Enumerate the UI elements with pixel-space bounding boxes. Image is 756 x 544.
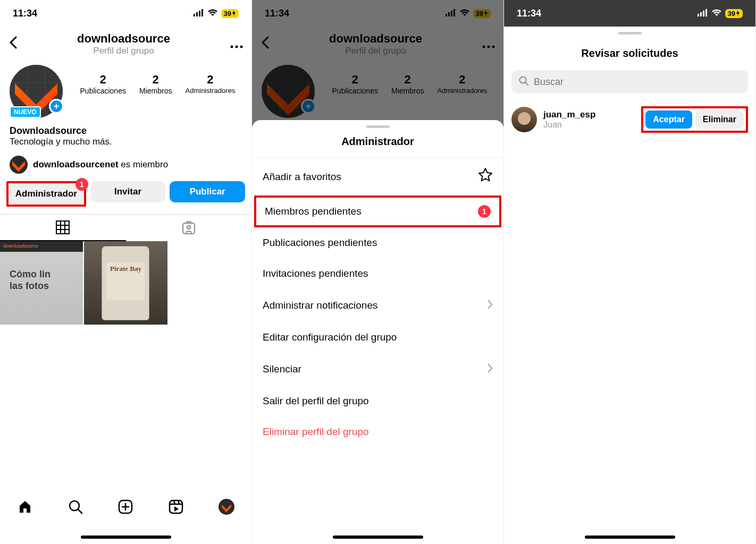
tab-grid[interactable]: [0, 215, 126, 241]
sheet-item-pending-invites[interactable]: Invitaciones pendientes: [252, 258, 503, 289]
admin-sheet: Administrador Añadir a favoritos Miembro…: [252, 120, 503, 544]
stat-admins[interactable]: 2 Administradores: [186, 73, 236, 95]
bio-text: Tecnología y mucho más.: [10, 137, 242, 147]
nav-search-icon[interactable]: [68, 499, 83, 515]
svg-rect-32: [703, 11, 704, 16]
svg-point-4: [231, 46, 233, 48]
action-row: Administrador 1 Invitar Publicar: [0, 181, 251, 214]
svg-point-5: [236, 46, 238, 48]
invite-button[interactable]: Invitar: [90, 181, 166, 202]
request-username: juan_m_esp: [543, 109, 635, 120]
request-name: Juan: [543, 120, 635, 130]
admin-button[interactable]: Administrador 1: [9, 183, 84, 205]
back-button[interactable]: [9, 36, 17, 53]
tab-tagged[interactable]: [126, 215, 252, 241]
new-badge: NUEVO: [10, 106, 41, 118]
header: downloadsource Perfil del grupo: [0, 27, 251, 61]
status-bar: 11:34 39: [0, 0, 251, 27]
svg-point-13: [187, 226, 190, 229]
status-right: 39: [194, 8, 239, 19]
stat-posts[interactable]: 2 Publicaciones: [80, 73, 126, 95]
nav-create-icon[interactable]: [117, 499, 133, 515]
svg-rect-7: [56, 221, 69, 234]
status-bar: 11:34 39: [504, 0, 755, 27]
wifi-icon: [207, 8, 218, 19]
sheet-item-delete[interactable]: Eliminar perfil del grupo: [252, 416, 503, 447]
nav-profile-icon[interactable]: [219, 499, 234, 515]
svg-point-6: [240, 46, 243, 48]
screen-group-profile: 11:34 39 downloadsource Perfil del grupo…: [0, 0, 252, 544]
home-indicator[interactable]: [333, 536, 423, 539]
post-thumbnail[interactable]: Pirate Bay: [84, 241, 167, 325]
sheet-item-leave[interactable]: Salir del perfil del grupo: [252, 386, 503, 416]
svg-line-15: [78, 509, 82, 513]
screen-admin-sheet: 11:34 39 downloadsource Perfil del grupo…: [252, 0, 504, 544]
requests-sheet: Revisar solicitudes juan_m_esp Juan Acep…: [504, 32, 755, 137]
sheet-handle[interactable]: [618, 32, 642, 35]
publish-button[interactable]: Publicar: [170, 181, 245, 202]
search-box[interactable]: [511, 70, 748, 94]
chevron-right-icon: [488, 362, 493, 376]
request-row: juan_m_esp Juan Aceptar Eliminar: [504, 102, 755, 137]
request-info[interactable]: juan_m_esp Juan: [543, 109, 635, 130]
bio: Downloadsource Tecnología y mucho más.: [0, 118, 251, 152]
sheet-item-edit-group[interactable]: Editar configuración del grupo: [252, 322, 503, 353]
notification-badge: 1: [75, 178, 88, 191]
svg-line-35: [525, 82, 528, 85]
bottom-nav: [0, 491, 251, 523]
wifi-icon: [711, 8, 722, 19]
post-empty: [169, 241, 251, 325]
remove-button[interactable]: Eliminar: [695, 110, 744, 129]
requests-title: Revisar solicitudes: [504, 42, 755, 70]
pending-badge: 1: [478, 205, 491, 218]
svg-rect-19: [170, 500, 182, 513]
post-thumbnail[interactable]: downloadsource Cómo linlas fotos: [0, 241, 83, 325]
search-icon: [519, 76, 528, 88]
sheet-title: Administrador: [252, 135, 503, 158]
bio-name: Downloadsource: [10, 125, 242, 137]
more-options-button[interactable]: [230, 37, 243, 52]
sheet-handle[interactable]: [366, 125, 390, 128]
accept-button[interactable]: Aceptar: [645, 110, 692, 129]
svg-rect-2: [199, 11, 200, 16]
member-text: downloadsourcenet es miembro: [33, 159, 168, 170]
request-avatar[interactable]: [511, 107, 537, 132]
battery-badge: 39: [221, 9, 239, 18]
svg-rect-33: [705, 9, 707, 16]
home-indicator[interactable]: [81, 536, 171, 539]
member-avatar: [10, 156, 28, 174]
svg-rect-30: [698, 14, 699, 16]
sheet-item-pending-members[interactable]: Miembros pendientes 1: [254, 196, 501, 227]
request-actions: Aceptar Eliminar: [641, 106, 748, 133]
sheet-item-notifications[interactable]: Administrar notificaciones: [252, 289, 503, 322]
screen-review-requests: 11:34 39 Revisar solicitudes juan_m_esp …: [504, 0, 756, 544]
tabs: [0, 214, 251, 241]
sheet-item-favorites[interactable]: Añadir a favoritos: [252, 158, 503, 196]
nav-home-icon[interactable]: [17, 499, 33, 515]
stats-row: 2 Publicaciones 2 Miembros 2 Administrad…: [73, 73, 242, 95]
signal-icon: [698, 8, 708, 19]
svg-rect-3: [201, 9, 203, 16]
signal-icon: [194, 8, 204, 19]
chevron-right-icon: [488, 299, 493, 312]
nav-reels-icon[interactable]: [168, 499, 184, 515]
member-row[interactable]: downloadsourcenet es miembro: [0, 152, 251, 181]
page-subtitle: Perfil del grupo: [17, 46, 230, 56]
svg-rect-31: [700, 12, 702, 16]
battery-badge: 39: [725, 9, 743, 18]
stat-members[interactable]: 2 Miembros: [139, 73, 172, 95]
star-icon: [478, 167, 493, 186]
page-title: downloadsource: [17, 32, 230, 46]
search-input[interactable]: [534, 76, 741, 88]
status-time: 11:34: [13, 8, 37, 19]
add-story-icon[interactable]: +: [49, 99, 64, 114]
home-indicator[interactable]: [585, 536, 675, 539]
posts-grid: downloadsource Cómo linlas fotos Pirate …: [0, 241, 251, 325]
sheet-item-mute[interactable]: Silenciar: [252, 353, 503, 386]
sheet-item-pending-posts[interactable]: Publicaciones pendientes: [252, 227, 503, 258]
svg-rect-0: [194, 14, 195, 16]
svg-rect-1: [196, 12, 198, 16]
